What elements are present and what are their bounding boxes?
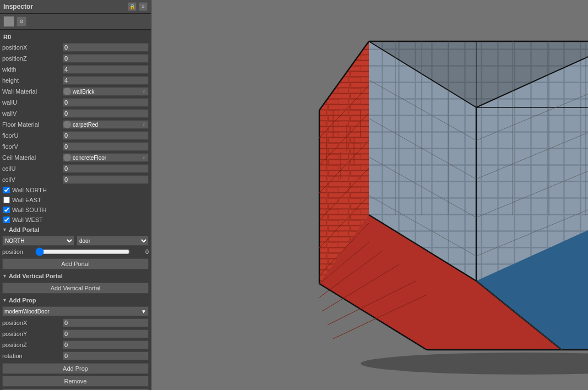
- floorU-input[interactable]: [63, 131, 149, 140]
- floorV-label: floorV: [2, 143, 63, 150]
- wallMaterial-select[interactable]: wallBrick ○: [63, 87, 149, 96]
- ceilU-label: ceilU: [2, 165, 63, 172]
- floorMaterial-select[interactable]: carpetRed ○: [63, 120, 149, 129]
- floorMaterial-name: carpetRed: [73, 122, 140, 128]
- inspector-title: Inspector: [3, 3, 33, 10]
- positionX-input[interactable]: [63, 43, 149, 52]
- wallMaterial-label: Wall Material: [2, 88, 63, 95]
- floorV-input[interactable]: [63, 142, 149, 151]
- ceilV-row: ceilV: [0, 174, 151, 185]
- addVerticalPortal-title: Add Vertical Portal: [9, 273, 63, 279]
- room-3d-view: [151, 0, 588, 390]
- inspector-content: R0 positionX positionZ width height Wall…: [0, 30, 151, 390]
- addPortal-arrow-icon: ▼: [2, 227, 7, 232]
- ceilV-label: ceilV: [2, 176, 63, 183]
- ceilMaterial-select[interactable]: concreteFloor ○: [63, 153, 149, 162]
- prop-type-value: modernWoodDoor: [4, 308, 50, 315]
- positionX-row: positionX: [0, 42, 151, 53]
- prop-posX-row: positionX: [0, 317, 151, 328]
- floorMaterial-label: Floor Material: [2, 121, 63, 128]
- portal-position-row: position 0: [0, 247, 151, 257]
- inspector-icon-group: 🔒 ≡: [128, 2, 148, 11]
- addPortal-section-header[interactable]: ▼ Add Portal: [0, 225, 151, 235]
- lock-icon[interactable]: 🔒: [128, 2, 137, 11]
- ceilU-row: ceilU: [0, 163, 151, 174]
- wallV-input[interactable]: [63, 109, 149, 118]
- prop-rotation-label: rotation: [2, 353, 63, 359]
- remove-button[interactable]: Remove: [2, 376, 149, 387]
- prop-type-arrow: ▼: [141, 308, 146, 315]
- wallMaterial-row: Wall Material wallBrick ○: [0, 86, 151, 97]
- settings-icon[interactable]: ⚙: [17, 17, 26, 26]
- height-row: height: [0, 75, 151, 86]
- positionX-label: positionX: [2, 44, 63, 51]
- wallWest-checkbox[interactable]: [3, 216, 10, 223]
- section-label-r0: R0: [0, 32, 151, 42]
- ceilMaterial-row: Ceil Material concreteFloor ○: [0, 152, 151, 163]
- ceilMaterial-arrow[interactable]: ○: [140, 154, 148, 161]
- prop-posY-row: positionY: [0, 328, 151, 339]
- wallSouth-row: Wall SOUTH: [0, 205, 151, 215]
- wallU-input[interactable]: [63, 98, 149, 107]
- wallU-row: wallU: [0, 97, 151, 108]
- wallMaterial-arrow[interactable]: ○: [140, 88, 148, 95]
- inspector-panel: Inspector 🔒 ≡ ⚙ R0 positionX positionZ w…: [0, 0, 151, 390]
- wallMaterial-name: wallBrick: [73, 89, 140, 95]
- positionZ-input[interactable]: [63, 54, 149, 63]
- ceilMaterial-icon: [63, 154, 71, 161]
- ceilMaterial-label: Ceil Material: [2, 154, 63, 161]
- floorMaterial-arrow[interactable]: ○: [140, 121, 148, 128]
- wallU-label: wallU: [2, 99, 63, 106]
- add-prop-button[interactable]: Add Prop: [2, 363, 149, 374]
- wallEast-checkbox[interactable]: [3, 197, 10, 203]
- wallWest-row: Wall WEST: [0, 215, 151, 225]
- height-input[interactable]: [63, 76, 149, 85]
- floorU-row: floorU: [0, 130, 151, 141]
- wallNorth-row: Wall NORTH: [0, 185, 151, 195]
- wallNorth-checkbox[interactable]: [3, 187, 10, 193]
- wallV-row: wallV: [0, 108, 151, 119]
- portal-type-select[interactable]: door window arch: [77, 236, 149, 246]
- portal-position-slider[interactable]: [35, 248, 130, 255]
- prop-type-row: modernWoodDoor ▼: [0, 305, 151, 317]
- prop-posZ-input[interactable]: [63, 340, 149, 349]
- add-vertical-portal-button[interactable]: Add Vertical Portal: [2, 283, 149, 294]
- addVerticalPortal-section-header[interactable]: ▼ Add Vertical Portal: [0, 271, 151, 281]
- addPortal-title: Add Portal: [9, 226, 40, 233]
- addVerticalPortal-arrow-icon: ▼: [2, 273, 7, 279]
- positionZ-row: positionZ: [0, 53, 151, 64]
- prop-posY-input[interactable]: [63, 329, 149, 338]
- prop-rotation-row: rotation: [0, 350, 151, 361]
- addProp-arrow-icon: ▼: [2, 297, 7, 303]
- prop-type-dropdown[interactable]: modernWoodDoor ▼: [2, 306, 149, 316]
- viewport[interactable]: [151, 0, 588, 390]
- addProp-section-header[interactable]: ▼ Add Prop: [0, 295, 151, 305]
- add-portal-button[interactable]: Add Portal: [2, 258, 149, 269]
- wallSouth-checkbox[interactable]: [3, 207, 10, 213]
- menu-icon[interactable]: ≡: [139, 2, 148, 11]
- wallMaterial-icon: [63, 88, 71, 95]
- wallNorth-label: Wall NORTH: [12, 187, 47, 193]
- width-input[interactable]: [63, 65, 149, 74]
- portal-selects-row: NORTH SOUTH EAST WEST door window arch: [0, 235, 151, 247]
- prop-posZ-label: positionZ: [2, 342, 63, 348]
- height-label: height: [2, 77, 63, 84]
- width-row: width: [0, 64, 151, 75]
- prop-posX-label: positionX: [2, 319, 63, 326]
- floorMaterial-icon: [63, 121, 71, 128]
- portal-position-label: position: [2, 248, 35, 255]
- wallV-label: wallV: [2, 110, 63, 117]
- wallEast-label: Wall EAST: [12, 197, 41, 203]
- wallSouth-label: Wall SOUTH: [12, 207, 47, 213]
- floorU-label: floorU: [2, 132, 63, 139]
- portal-position-slider-container: 0: [35, 248, 149, 255]
- prop-posX-input[interactable]: [63, 318, 149, 327]
- object-icon: [3, 16, 14, 27]
- ceilU-input[interactable]: [63, 164, 149, 173]
- floorV-row: floorV: [0, 141, 151, 152]
- wallWest-label: Wall WEST: [12, 216, 43, 223]
- portal-direction-select[interactable]: NORTH SOUTH EAST WEST: [2, 236, 74, 246]
- portal-position-value: 0: [132, 248, 149, 255]
- ceilV-input[interactable]: [63, 175, 149, 184]
- prop-rotation-input[interactable]: [63, 351, 149, 360]
